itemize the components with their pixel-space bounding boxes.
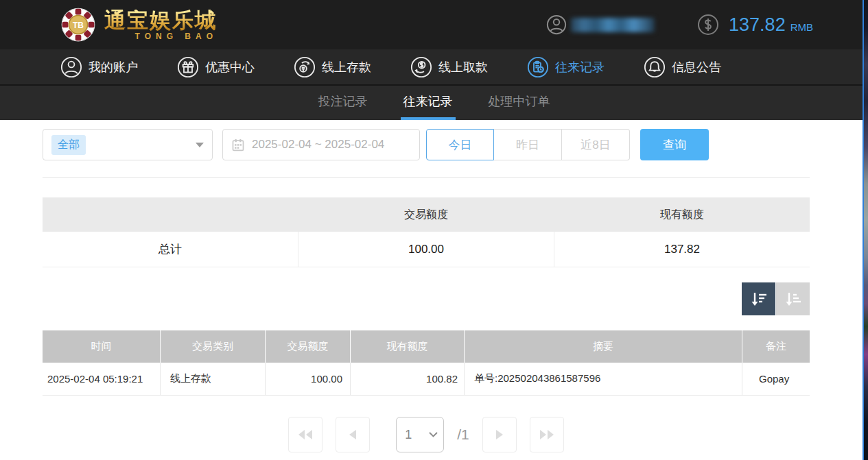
main-nav: 我的账户 优惠中心 线上存款	[0, 49, 868, 86]
calendar-icon	[231, 138, 245, 152]
nav-item-announcements[interactable]: 信息公告	[644, 56, 721, 78]
cell-transaction-amount: 100.00	[265, 363, 350, 395]
right-arrow-icon	[495, 429, 504, 440]
nav-item-transaction-records[interactable]: 往来记录	[527, 56, 605, 78]
logo-title: 通宝娱乐城	[104, 10, 218, 31]
total-pages-label: /1	[457, 426, 469, 443]
date-range-value: 2025-02-04 ~ 2025-02-04	[252, 138, 384, 152]
next-page-button[interactable]	[482, 417, 517, 452]
header-transaction-type: 交易类别	[160, 330, 265, 363]
transaction-type-select[interactable]: 全部	[43, 129, 213, 160]
balance-display[interactable]: 137.82 RMB	[697, 14, 813, 36]
nav-item-online-deposit[interactable]: 线上存款	[294, 56, 371, 78]
header-note: 备注	[742, 330, 810, 363]
today-button[interactable]: 今日	[426, 129, 494, 160]
summary-header-empty	[43, 197, 298, 232]
header-current-amount: 现有额度	[350, 330, 464, 363]
deposit-icon	[294, 56, 316, 78]
content-area: 全部 2025-02-04 ~ 2025-02-04 今日 昨日	[0, 120, 868, 452]
sort-ascending-icon	[784, 289, 803, 308]
cell-summary: 单号:202502043861587596	[464, 363, 742, 395]
sort-controls	[43, 282, 810, 315]
sort-ascending-button[interactable]	[776, 282, 810, 315]
background-page-sliver	[863, 0, 868, 460]
double-right-arrow-icon	[539, 429, 554, 440]
previous-page-button[interactable]	[336, 417, 370, 452]
bell-icon	[644, 56, 666, 78]
balance-amount: 137.82	[729, 14, 786, 36]
transaction-records-page: TB 通宝娱乐城 TONG BAO	[0, 0, 868, 460]
subtab-label: 投注记录	[318, 93, 368, 110]
records-table-header: 时间 交易类别 交易额度 现有额度 摘要 备注	[43, 330, 810, 363]
poker-chip-logo-icon: TB	[60, 7, 96, 43]
record-subtabs: 投注记录 往来记录 处理中订单	[0, 86, 868, 120]
quick-date-group: 今日 昨日 近8日	[426, 129, 630, 160]
sort-descending-button[interactable]	[742, 282, 775, 315]
nav-item-my-account[interactable]: 我的账户	[60, 56, 138, 78]
tab-transaction-records[interactable]: 往来记录	[401, 86, 456, 120]
nav-item-online-withdrawal[interactable]: 线上取款	[410, 56, 488, 78]
header-time: 时间	[43, 330, 160, 363]
cell-current-amount: 100.82	[350, 363, 464, 395]
selected-type-token[interactable]: 全部	[51, 135, 86, 155]
subtab-label: 往来记录	[403, 93, 453, 110]
logo-subtitle: TONG BAO	[135, 32, 218, 40]
cell-note: Gopay	[742, 363, 810, 395]
last-page-button[interactable]	[530, 417, 564, 452]
nav-label: 往来记录	[555, 59, 605, 75]
sort-descending-icon	[749, 289, 769, 308]
summary-table-header: 交易额度 现有额度	[43, 197, 810, 232]
pagination: 1 /1	[43, 417, 810, 452]
top-bar: TB 通宝娱乐城 TONG BAO	[0, 0, 868, 49]
user-avatar-icon	[546, 14, 567, 35]
summary-total-row: 总计 100.00 137.82	[43, 232, 810, 267]
table-row: 2025-02-04 05:19:21 线上存款 100.00 100.82 单…	[43, 363, 810, 396]
records-icon	[527, 56, 549, 78]
summary-header-transaction-amount: 交易额度	[298, 197, 554, 232]
nav-label: 线上取款	[438, 59, 488, 75]
user-icon	[60, 56, 82, 78]
records-table: 时间 交易类别 交易额度 现有额度 摘要 备注 2025-02-04 05:19…	[43, 330, 810, 396]
last-8-days-button[interactable]: 近8日	[562, 129, 630, 160]
cell-time: 2025-02-04 05:19:21	[43, 363, 160, 395]
nav-label: 优惠中心	[205, 59, 255, 75]
logo-badge-text: TB	[73, 21, 84, 30]
nav-label: 线上存款	[322, 59, 371, 75]
tab-betting-records[interactable]: 投注记录	[316, 86, 371, 120]
summary-total-current-amount: 137.82	[554, 232, 810, 267]
coin-dollar-icon	[697, 14, 719, 36]
chevron-down-icon	[196, 143, 204, 147]
summary-total-label: 总计	[43, 232, 298, 267]
page-select-wrap: 1	[396, 417, 444, 452]
tab-pending-orders[interactable]: 处理中订单	[486, 86, 553, 120]
nav-label: 我的账户	[89, 59, 138, 75]
double-left-arrow-icon	[298, 429, 313, 440]
first-page-button[interactable]	[288, 417, 322, 452]
cell-transaction-type: 线上存款	[160, 363, 265, 395]
withdraw-icon	[410, 56, 432, 78]
summary-table: 交易额度 现有额度 总计 100.00 137.82	[43, 197, 810, 267]
header-transaction-amount: 交易额度	[265, 330, 350, 363]
summary-header-current-amount: 现有额度	[554, 197, 810, 232]
section-divider	[43, 177, 810, 178]
header-summary: 摘要	[464, 330, 742, 363]
left-arrow-icon	[349, 429, 357, 440]
subtab-label: 处理中订单	[489, 93, 550, 110]
account-summary: 137.82 RMB	[546, 14, 813, 36]
balance-currency: RMB	[790, 21, 813, 33]
yesterday-button[interactable]: 昨日	[494, 129, 562, 160]
nav-item-promotions[interactable]: 优惠中心	[177, 56, 255, 78]
page-select[interactable]: 1	[396, 417, 444, 452]
nav-label: 信息公告	[672, 59, 721, 75]
username-blurred[interactable]	[571, 18, 655, 32]
gift-icon	[177, 56, 199, 78]
filter-row: 全部 2025-02-04 ~ 2025-02-04 今日 昨日	[43, 129, 810, 160]
summary-total-transaction-amount: 100.00	[298, 232, 554, 267]
site-logo[interactable]: TB 通宝娱乐城 TONG BAO	[60, 7, 218, 43]
date-range-input[interactable]: 2025-02-04 ~ 2025-02-04	[222, 129, 420, 160]
search-button[interactable]: 查询	[640, 129, 709, 160]
